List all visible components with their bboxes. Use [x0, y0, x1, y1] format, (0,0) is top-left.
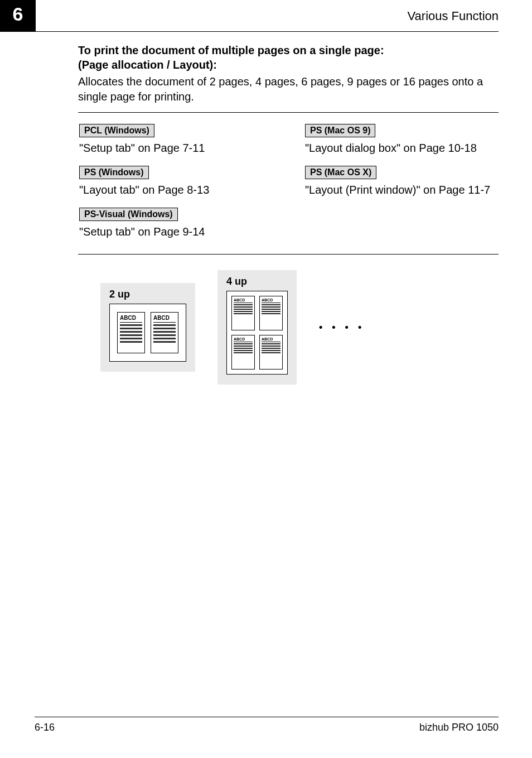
mini-page: ABCD — [231, 296, 255, 330]
mini-page-title: ABCD — [153, 315, 176, 323]
text-line-icon — [234, 346, 253, 347]
text-line-icon — [234, 304, 253, 305]
mini-page-title: ABCD — [262, 298, 280, 303]
content-area: To print the document of multiple pages … — [78, 43, 499, 385]
mini-page: ABCD — [151, 312, 178, 353]
text-line-icon — [153, 331, 176, 333]
driver-badge: PS (Mac OS 9) — [305, 124, 375, 137]
section-heading-line1: To print the document of multiple pages … — [78, 43, 499, 57]
text-line-icon — [262, 350, 280, 351]
text-line-icon — [262, 306, 280, 308]
page-reference: "Layout (Print window)" on Page 11-7 — [305, 184, 497, 196]
ellipsis-icon: • • • • — [319, 322, 365, 333]
section-heading-line2: (Page allocation / Layout): — [78, 57, 499, 72]
text-line-icon — [262, 309, 280, 310]
text-line-icon — [234, 348, 253, 349]
mini-page-title: ABCD — [234, 337, 253, 342]
text-line-icon — [153, 334, 176, 336]
text-line-icon — [120, 341, 142, 343]
page-reference: "Layout dialog box" on Page 10-18 — [305, 142, 497, 155]
text-line-icon — [153, 341, 176, 343]
reference-column-right: PS (Mac OS 9) "Layout dialog box" on Pag… — [305, 121, 497, 246]
text-line-icon — [234, 311, 253, 312]
driver-badge: PS (Mac OS X) — [305, 166, 376, 179]
reference-block: PCL (Windows) "Setup tab" on Page 7-11 P… — [78, 112, 499, 255]
text-line-icon — [262, 313, 280, 314]
text-line-icon — [234, 350, 253, 351]
text-line-icon — [262, 311, 280, 312]
text-line-icon — [234, 352, 253, 353]
text-line-icon — [234, 309, 253, 310]
text-line-icon — [262, 343, 280, 344]
footer-page-number: 6-16 — [35, 722, 55, 733]
text-line-icon — [262, 304, 280, 305]
footer-product-name: bizhub PRO 1050 — [419, 722, 499, 733]
text-line-icon — [120, 324, 142, 326]
text-line-icon — [153, 328, 176, 329]
text-line-icon — [262, 348, 280, 349]
text-line-icon — [234, 313, 253, 314]
mini-page: ABCD — [259, 335, 283, 370]
text-line-icon — [262, 346, 280, 347]
text-line-icon — [120, 328, 142, 329]
text-line-icon — [120, 331, 142, 333]
mini-page-title: ABCD — [262, 337, 280, 342]
text-line-icon — [120, 338, 142, 339]
text-line-icon — [120, 334, 142, 336]
mini-page: ABCD — [117, 312, 145, 353]
page-footer: 6-16 bizhub PRO 1050 — [35, 717, 499, 733]
four-up-card: 4 up ABCD ABCD ABCD ABCD — [217, 270, 297, 385]
four-up-sheet: ABCD ABCD ABCD ABCD — [226, 291, 288, 375]
driver-badge: PS (Windows) — [79, 166, 149, 179]
reference-column-left: PCL (Windows) "Setup tab" on Page 7-11 P… — [79, 121, 272, 246]
layout-illustration-row: 2 up ABCD ABCD — [100, 270, 499, 385]
driver-badge: PS-Visual (Windows) — [79, 208, 178, 221]
text-line-icon — [234, 343, 253, 344]
page-reference: "Setup tab" on Page 9-14 — [79, 226, 272, 238]
page-reference: "Setup tab" on Page 7-11 — [79, 142, 272, 155]
page-title: Various Function — [408, 9, 499, 23]
text-line-icon — [262, 352, 280, 353]
mini-page-title: ABCD — [234, 298, 253, 303]
four-up-label: 4 up — [226, 276, 288, 287]
page-reference: "Layout tab" on Page 8-13 — [79, 184, 272, 196]
mini-page: ABCD — [259, 296, 283, 330]
reference-columns: PCL (Windows) "Setup tab" on Page 7-11 P… — [79, 121, 497, 246]
page-header: 6 Various Function — [0, 0, 499, 32]
text-line-icon — [234, 306, 253, 308]
two-up-sheet: ABCD ABCD — [109, 304, 186, 362]
mini-page: ABCD — [231, 335, 255, 370]
two-up-card: 2 up ABCD ABCD — [100, 283, 195, 372]
two-up-label: 2 up — [109, 289, 186, 300]
section-body: Allocates the document of 2 pages, 4 pag… — [78, 74, 499, 104]
driver-badge: PCL (Windows) — [79, 124, 154, 137]
text-line-icon — [153, 338, 176, 339]
mini-page-title: ABCD — [120, 315, 142, 323]
page: 6 Various Function To print the document… — [0, 0, 532, 758]
text-line-icon — [153, 324, 176, 326]
chapter-number: 6 — [0, 0, 36, 31]
